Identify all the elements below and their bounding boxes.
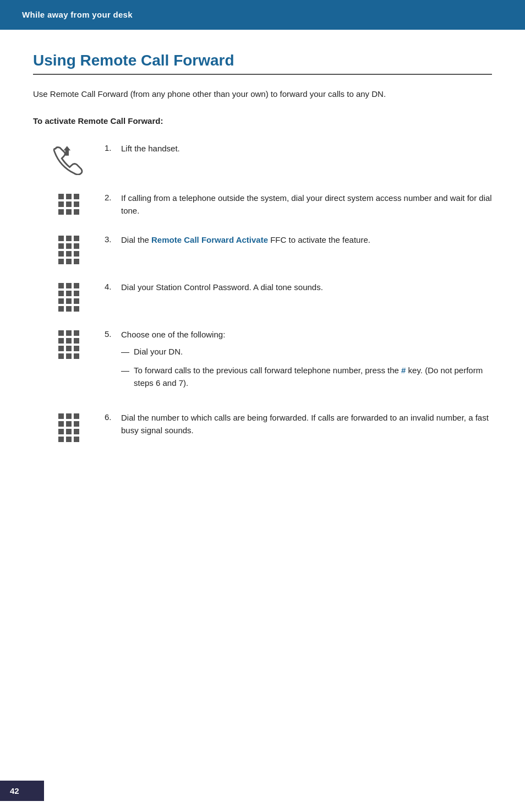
step-5-sublist: Dial your DN. To forward calls to the pr…: [121, 345, 492, 389]
step-2-icon: [33, 192, 105, 215]
title-divider: [33, 74, 492, 75]
step-1-icon: [33, 142, 105, 175]
step-row-2: 2. If calling from a telephone outside t…: [33, 192, 492, 217]
step-3-icon: [33, 233, 105, 264]
sub-item-2: To forward calls to the previous call fo…: [121, 364, 492, 390]
step-3-before: Dial the: [121, 235, 151, 244]
step-3-after: FFC to activate the feature.: [268, 235, 370, 244]
step-5-number: 5.: [105, 328, 121, 339]
page-number: 42: [10, 786, 19, 795]
step-3-number: 3.: [105, 233, 121, 244]
keypad-4row-icon-6: [58, 413, 79, 442]
sub-item-1: Dial your DN.: [121, 345, 492, 358]
sub-item-2-content: To forward calls to the previous call fo…: [134, 364, 492, 390]
sub-item-2-before: To forward calls to the previous call fo…: [134, 366, 401, 375]
step-4-text: Dial your Station Control Password. A di…: [121, 281, 492, 293]
page-footer: 42: [0, 781, 44, 801]
step-4-icon: [33, 281, 105, 312]
keypad-3row-icon: [58, 194, 79, 215]
handset-icon: [51, 144, 86, 175]
step-1-number: 1.: [105, 142, 121, 152]
header-label: While away from your desk: [22, 10, 133, 19]
step-6-number: 6.: [105, 411, 121, 422]
step-5-icon: [33, 328, 105, 359]
top-header: While away from your desk: [0, 0, 525, 30]
sub-item-1-text: Dial your DN.: [134, 345, 183, 358]
step-row-6: 6. Dial the number to which calls are be…: [33, 411, 492, 442]
step-row-3: 3. Dial the Remote Call Forward Activate…: [33, 233, 492, 264]
page-title: Using Remote Call Forward: [33, 52, 492, 69]
step-row-4: 4. Dial your Station Control Password. A…: [33, 281, 492, 312]
step-3-text: Dial the Remote Call Forward Activate FF…: [121, 233, 492, 246]
step-1-text: Lift the handset.: [121, 142, 492, 155]
step-row-5: 5. Choose one of the following: Dial you…: [33, 328, 492, 395]
keypad-4row-icon-5: [58, 330, 79, 359]
intro-text: Use Remote Call Forward (from any phone …: [33, 88, 492, 101]
step-row-1: 1. Lift the handset.: [33, 142, 492, 175]
keypad-4row-icon-3: [58, 236, 79, 264]
step-5-text: Choose one of the following: Dial your D…: [121, 328, 492, 395]
step-4-number: 4.: [105, 281, 121, 291]
step-2-text: If calling from a telephone outside the …: [121, 192, 492, 217]
keypad-4row-icon-4: [58, 283, 79, 312]
main-content: Using Remote Call Forward Use Remote Cal…: [0, 30, 525, 492]
section-heading: To activate Remote Call Forward:: [33, 116, 492, 126]
step-3-highlight: Remote Call Forward Activate: [151, 235, 268, 244]
steps-container: 1. Lift the handset. 2. If calling: [33, 142, 492, 459]
step-5-intro: Choose one of the following:: [121, 330, 225, 339]
step-6-icon: [33, 411, 105, 442]
step-2-number: 2.: [105, 192, 121, 202]
step-6-text: Dial the number to which calls are being…: [121, 411, 492, 437]
